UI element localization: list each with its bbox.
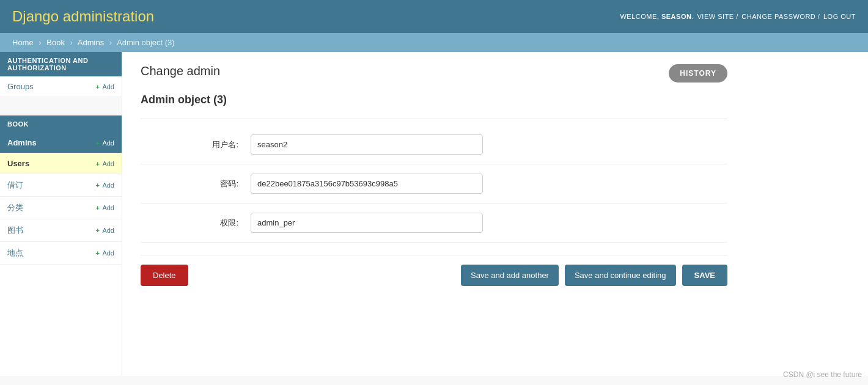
save-continue-button[interactable]: Save and continue editing [565,265,676,286]
username-field-wrapper [251,134,483,155]
sidebar-item-admins[interactable]: Admins + Add [0,133,122,153]
breadcrumb-admins[interactable]: Admins [78,38,104,47]
admins-label: Admins [7,138,37,147]
breadcrumb-sep-2: › [70,38,73,47]
users-label: Users [7,159,29,168]
form-section: 用户名: 密码: 权限: [141,119,727,243]
auth-section-header: AUTHENTICATION AND AUTHORIZATION [0,52,122,76]
sidebar-item-jiedin[interactable]: 借订 + Add [0,174,122,197]
fenlei-add-link[interactable]: + Add [96,204,114,211]
breadcrumb-home[interactable]: Home [12,38,34,47]
form-row-username: 用户名: [141,125,727,164]
user-tools: WELCOME, SEASON. VIEW SITE / CHANGE PASS… [620,13,856,20]
content-inner: Change admin HISTORY Admin object (3) 用户… [141,64,727,295]
object-name: Admin object (3) [141,94,727,106]
username-label: 用户名: [141,139,251,150]
tushu-label: 图书 [7,225,23,236]
permission-label: 权限: [141,218,251,229]
save-add-button[interactable]: Save and add another [461,265,559,286]
fenlei-plus-icon: + [96,204,100,211]
groups-plus-icon: + [96,83,100,90]
content-area: Change admin HISTORY Admin object (3) 用户… [122,52,868,376]
sidebar: AUTHENTICATION AND AUTHORIZATION Groups … [0,52,122,376]
log-out-link[interactable]: LOG OUT [823,13,856,20]
password-label: 密码: [141,178,251,189]
form-row-permission: 权限: [141,204,727,243]
sidebar-item-groups[interactable]: Groups + Add [0,76,122,97]
username-input[interactable] [251,134,483,155]
view-site-link[interactable]: VIEW SITE [697,13,734,20]
didian-add-link[interactable]: + Add [96,249,114,257]
sidebar-gap [0,97,122,116]
change-password-link[interactable]: CHANGE PASSWORD [741,13,815,20]
history-button[interactable]: HISTORY [669,64,727,82]
breadcrumb-sep-1: › [39,38,41,47]
brand-logo[interactable]: Django administration [12,8,154,25]
main-layout: AUTHENTICATION AND AUTHORIZATION Groups … [0,52,868,376]
didian-plus-icon: + [96,249,100,257]
tushu-add-link[interactable]: + Add [96,227,114,234]
header: Django administration WELCOME, SEASON. V… [0,0,868,33]
content-header: Change admin HISTORY [141,64,727,87]
book-section-header: BOOK [0,116,122,133]
users-plus-icon: + [96,160,100,167]
form-row-password: 密码: [141,164,727,204]
breadcrumb: Home › Book › Admins › Admin object (3) [0,33,868,52]
sidebar-item-tushu[interactable]: 图书 + Add [0,219,122,242]
save-button[interactable]: SAVE [682,265,727,286]
sidebar-item-didian[interactable]: 地点 + Add [0,242,122,265]
groups-label: Groups [7,82,34,91]
groups-add-link[interactable]: + Add [96,83,114,90]
welcome-text: WELCOME, [620,13,659,20]
password-field-wrapper [251,174,483,194]
admins-plus-icon: + [96,139,100,147]
sidebar-item-users[interactable]: Users + Add [0,153,122,174]
page-title: Change admin [141,64,220,78]
delete-button[interactable]: Delete [141,265,188,286]
jiedin-plus-icon: + [96,182,100,189]
users-add-link[interactable]: + Add [96,160,114,167]
jiedin-label: 借订 [7,180,23,191]
content-left: Change admin [141,64,220,87]
breadcrumb-current: Admin object (3) [117,38,175,47]
watermark: CSDN @i see the future [783,370,862,376]
breadcrumb-book[interactable]: Book [46,38,65,47]
sidebar-item-fenlei[interactable]: 分类 + Add [0,197,122,219]
tushu-plus-icon: + [96,227,100,234]
password-input[interactable] [251,174,483,194]
permission-field-wrapper [251,213,483,233]
didian-label: 地点 [7,248,23,258]
username: SEASON [661,13,691,20]
submit-row: Delete Save and add another Save and con… [141,255,727,295]
breadcrumb-sep-3: › [109,38,112,47]
fenlei-label: 分类 [7,202,23,213]
permission-input[interactable] [251,213,483,233]
jiedin-add-link[interactable]: + Add [96,182,114,189]
admins-add-link[interactable]: + Add [96,139,114,147]
